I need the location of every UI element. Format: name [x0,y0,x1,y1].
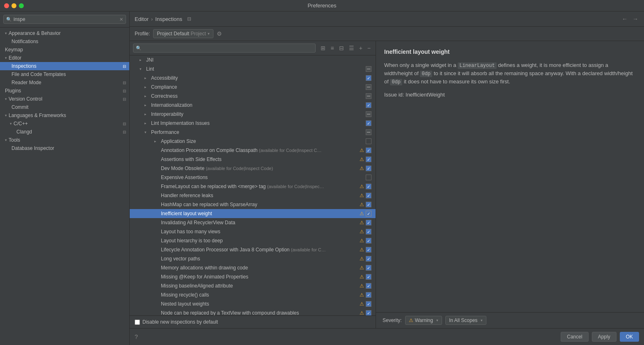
description-content: Inefficient layout weight When only a si… [376,41,644,312]
apply-button[interactable]: Apply [592,332,616,342]
sidebar-item-clangd[interactable]: Clangd ⊟ [0,128,129,136]
checkbox-checked[interactable]: ✓ [366,301,371,307]
checkbox-checked[interactable]: ✓ [366,120,371,126]
forward-button[interactable]: → [632,15,639,23]
checkbox-checked[interactable]: ✓ [366,256,371,262]
list-item[interactable]: Memory allocations within drawing code ⚠… [130,263,376,272]
list-item[interactable]: Layout has too many views ⚠ ✓ [130,227,376,236]
list-item[interactable]: Dev Mode Obsolete (available for Code|In… [130,164,376,173]
disable-checkbox[interactable] [135,320,140,325]
sidebar-item-reader-mode[interactable]: Reader Mode ⊟ [0,78,129,87]
content-header: Editor › Inspections ⊟ ← → [130,12,644,27]
help-button[interactable]: ? [135,334,138,340]
list-item[interactable]: ▸ Accessibility ✓ [130,74,376,83]
checkbox-checked[interactable]: ✓ [366,102,371,108]
checkbox-checked[interactable]: ✓ [366,238,371,244]
sidebar-item-appearance[interactable]: Appearance & Behavior [0,29,129,37]
gear-button[interactable]: ⚙ [217,30,222,37]
checkbox-checked[interactable]: ✓ [366,166,371,171]
list-item[interactable]: HashMap can be replaced with SparseArray… [130,200,376,209]
checkbox-unchecked[interactable] [366,175,371,180]
checkbox-indeterminate[interactable] [366,129,371,135]
checkbox-indeterminate[interactable] [366,111,371,117]
list-item[interactable]: Expensive Assertions [130,173,376,182]
list-item[interactable]: Handler reference leaks ⚠ ✓ [130,191,376,200]
sidebar-item-version-control[interactable]: Version Control ⊟ [0,95,129,103]
list-item[interactable]: Annotation Processor on Compile Classpat… [130,146,376,155]
checkbox-checked[interactable]: ✓ [366,292,371,298]
collapse-all-button[interactable]: ⊟ [337,44,346,52]
sidebar-item-label: File and Code Templates [11,71,66,77]
checkbox-checked[interactable]: ✓ [366,283,371,289]
list-item[interactable]: ▸ Compliance [130,83,376,92]
list-item-selected[interactable]: Inefficient layout weight ⚠ ✓ [130,209,376,218]
list-item[interactable]: Invalidating All RecyclerView Data ⚠ ✓ [130,218,376,227]
list-item[interactable]: ▸ Internationalization ✓ [130,101,376,110]
sidebar-item-languages[interactable]: Languages & Frameworks [0,111,129,120]
sidebar-item-keymap[interactable]: Keymap [0,46,129,54]
checkbox-indeterminate[interactable] [366,84,371,90]
checkbox-checked[interactable]: ✓ [366,229,371,235]
list-item[interactable]: Long vector paths ⚠ ✓ [130,254,376,263]
sidebar-item-plugins[interactable]: Plugins ⊟ [0,87,129,95]
checkbox-checked[interactable]: ✓ [366,147,371,153]
remove-button[interactable]: − [366,44,372,52]
checkbox-checked[interactable]: ✓ [366,265,371,271]
add-button[interactable]: + [358,44,364,52]
list-item[interactable]: Layout hierarchy is too deep ⚠ ✓ [130,236,376,245]
checkbox-checked[interactable]: ✓ [366,202,371,207]
search-input[interactable] [14,16,119,22]
checkbox-indeterminate[interactable] [366,66,371,72]
list-item[interactable]: Missing @Keep for Animated Properties ⚠ … [130,272,376,281]
sidebar-item-editor[interactable]: Editor [0,54,129,62]
checkbox-checked[interactable]: ✓ [366,310,371,315]
list-item[interactable]: Assertions with Side Effects ⚠ ✓ [130,155,376,164]
code-0dp-2: 0dp [390,79,402,85]
checkbox-checked[interactable]: ✓ [366,156,371,162]
checkbox-unchecked[interactable] [366,138,371,144]
filter-button[interactable]: ⊞ [319,44,327,52]
sidebar-item-notifications[interactable]: Notifications [0,37,129,46]
list-item[interactable]: FrameLayout can be replaced with <merge>… [130,182,376,191]
checkbox-checked[interactable]: ✓ [366,220,371,225]
list-item[interactable]: ▸ Correctness [130,92,376,101]
checkbox-checked[interactable]: ✓ [366,211,371,216]
back-button[interactable]: ← [621,15,628,23]
list-item[interactable]: ▸ Lint Implementation Issues ✓ [130,119,376,128]
sidebar-item-inspections[interactable]: Inspections ⊟ [0,62,129,70]
checkbox-checked[interactable]: ✓ [366,184,371,189]
cancel-button[interactable]: Cancel [561,332,588,342]
options-icon[interactable]: ⊟ [187,16,191,22]
scope-select[interactable]: In All Scopes ▾ [445,316,486,325]
profile-select[interactable]: Project Default Project ▾ [153,29,213,38]
list-item[interactable]: Missing baselineAligned attribute ⚠ ✓ [130,281,376,290]
checkbox-checked[interactable]: ✓ [366,75,371,81]
sidebar-item-commit[interactable]: Commit [0,103,129,111]
maximize-button[interactable] [19,3,24,8]
checkbox-checked[interactable]: ✓ [366,274,371,280]
severity-select[interactable]: ⚠ Warning ▾ [405,316,442,325]
list-item[interactable]: ▸ Application Size [130,137,376,146]
list-item[interactable]: Lifecycle Annotation Processor with Java… [130,245,376,254]
list-item[interactable]: ▸ JNI [130,55,376,64]
checkbox-indeterminate[interactable] [366,93,371,99]
sidebar-item-database-inspector[interactable]: Database Inspector [0,144,129,152]
ok-button[interactable]: OK [620,332,639,342]
checkbox-checked[interactable]: ✓ [366,193,371,198]
list-item[interactable]: Missing recycle() calls ⚠ ✓ [130,290,376,299]
filter-input[interactable] [143,45,313,51]
group-button[interactable]: ☰ [347,44,356,52]
list-item[interactable]: Node can be replaced by a TextView with … [130,308,376,315]
sidebar-item-tools[interactable]: Tools [0,136,129,144]
list-item[interactable]: ▾ Lint [130,64,376,74]
list-item[interactable]: ▾ Performance [130,128,376,137]
list-item[interactable]: Nested layout weights ⚠ ✓ [130,299,376,308]
sidebar-item-file-code-templates[interactable]: File and Code Templates [0,70,129,78]
close-button[interactable] [4,3,9,8]
expand-all-button[interactable]: ≡ [329,44,335,52]
clear-icon[interactable]: ✕ [119,17,123,22]
minimize-button[interactable] [11,3,16,8]
sidebar-item-cpp[interactable]: C/C++ ⊟ [0,120,129,128]
checkbox-checked[interactable]: ✓ [366,247,371,253]
list-item[interactable]: ▸ Interoperability [130,110,376,119]
